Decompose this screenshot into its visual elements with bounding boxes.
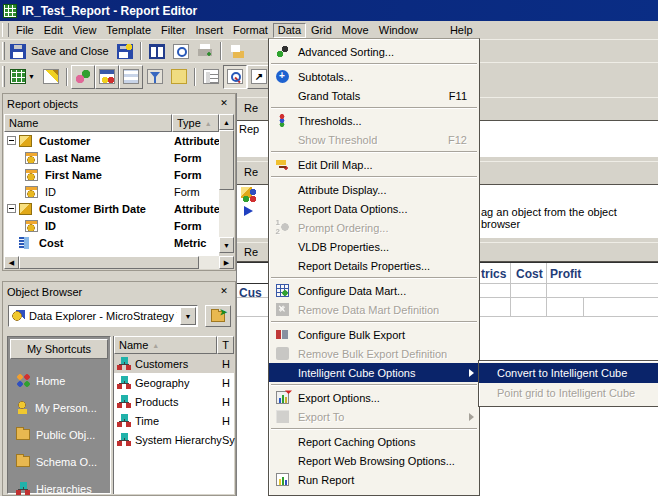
tree-row-id-birth-date[interactable]: ID Form xyxy=(4,217,219,234)
design-view-button[interactable] xyxy=(39,65,63,89)
menu-item-thresholds[interactable]: Thresholds... xyxy=(269,111,479,130)
list-item-products[interactable]: Products H xyxy=(114,392,234,411)
shortcut-item-home[interactable]: Home xyxy=(8,367,110,394)
menu-item-configure-data-mart[interactable]: Configure Data Mart... xyxy=(269,281,479,300)
menu-item-report-caching-options[interactable]: Report Caching Options xyxy=(269,432,479,451)
dropdown-arrow-icon[interactable]: ▼ xyxy=(28,73,35,80)
scroll-right-icon[interactable]: ▶ xyxy=(219,256,234,269)
menu-item-report-web-browsing-options[interactable]: Report Web Browsing Options... xyxy=(269,451,479,470)
list-item-time[interactable]: Time H xyxy=(114,411,234,430)
menu-item-run-report[interactable]: Run Report xyxy=(269,470,479,489)
menu-item-report-data-options[interactable]: Report Data Options... xyxy=(269,199,479,218)
hierarchy-icon xyxy=(117,433,131,446)
grid-profit-header[interactable]: Profit xyxy=(550,267,581,281)
title-bar[interactable]: IR_Test_Report - Report Editor xyxy=(0,0,658,21)
scrollbar-thumb[interactable] xyxy=(219,130,234,190)
chevron-down-icon[interactable]: ▼ xyxy=(180,307,196,325)
toolbar-grip[interactable] xyxy=(2,66,5,88)
list-item-system-hierarchy[interactable]: System Hierarchy Sy xyxy=(114,430,234,449)
close-icon[interactable]: ✕ xyxy=(217,97,231,111)
menu-item-prompt-ordering: Prompt Ordering... xyxy=(269,218,479,237)
report-details-icon xyxy=(203,69,219,84)
scroll-down-icon[interactable]: ▼ xyxy=(219,237,234,253)
metric-icon xyxy=(19,237,31,249)
table-format-button[interactable] xyxy=(119,65,143,89)
menu-item-vldb-properties[interactable]: VLDB Properties... xyxy=(269,237,479,256)
save-and-close-button[interactable]: Save and Close xyxy=(6,41,113,62)
menubar-item-filter[interactable]: Filter xyxy=(156,23,190,38)
menu-item-attribute-display[interactable]: Attribute Display... xyxy=(269,180,479,199)
print-preview-button[interactable] xyxy=(169,41,193,62)
tree-row-id[interactable]: ID Form xyxy=(4,183,219,200)
grid-colors-button[interactable] xyxy=(95,65,119,89)
shortcut-item-schema-objects[interactable]: Schema O... xyxy=(8,448,110,475)
tree-row-first-name[interactable]: First Name Form xyxy=(4,166,219,183)
menubar-item-window[interactable]: Window xyxy=(374,23,423,38)
explorer-dropdown[interactable]: Data Explorer - MicroStrategy Tut ▼ xyxy=(8,305,198,327)
menubar-item-move[interactable]: Move xyxy=(337,23,374,38)
menu-item-intelligent-cube-options[interactable]: Intelligent Cube Options xyxy=(269,363,479,382)
list-item-geography[interactable]: Geography H xyxy=(114,373,234,392)
toolbar-grip[interactable] xyxy=(2,42,5,60)
scroll-left-icon[interactable]: ◀ xyxy=(4,256,19,269)
menu-item-configure-bulk-export[interactable]: Configure Bulk Export xyxy=(269,325,479,344)
tree-row-customer-birth-date[interactable]: Customer Birth Date Attribute xyxy=(4,200,219,217)
note-button[interactable] xyxy=(167,65,191,89)
menubar-item-edit[interactable]: Edit xyxy=(39,23,68,38)
shortcut-bar: My Shortcuts Home My Person... Public Ob… xyxy=(7,336,111,494)
submenu-item-convert-to-intelligent-cube[interactable]: Convert to Intelligent Cube xyxy=(479,363,658,383)
folder-up-button[interactable]: ➤ xyxy=(205,305,231,327)
menu-item-export-options[interactable]: Export Options... xyxy=(269,388,479,407)
export-options-icon xyxy=(276,391,289,404)
shortcut-item-my-personal[interactable]: My Person... xyxy=(8,394,110,421)
menu-item-report-details-properties[interactable]: Report Details Properties... xyxy=(269,256,479,275)
menubar-item-file[interactable]: File xyxy=(11,23,39,38)
list-item-customers[interactable]: Customers H xyxy=(114,354,234,373)
menu-item-grand-totals[interactable]: Grand Totals F11 xyxy=(269,86,479,105)
autostyles-button[interactable] xyxy=(71,65,95,89)
toolbar-grip[interactable] xyxy=(2,23,9,37)
column-header-type[interactable]: T xyxy=(217,336,234,354)
menu-item-subtotals[interactable]: Subtotals... xyxy=(269,67,479,86)
tree-row-last-name[interactable]: Last Name Form xyxy=(4,149,219,166)
grid-view-icon xyxy=(10,69,26,84)
grid-view-button[interactable]: ▼ xyxy=(6,65,39,89)
shortcut-item-public-objects[interactable]: Public Obj... xyxy=(8,421,110,448)
play-icon[interactable] xyxy=(244,206,253,216)
save-as-button[interactable] xyxy=(113,41,137,62)
menubar-item-format[interactable]: Format xyxy=(228,23,273,38)
menubar-item-template[interactable]: Template xyxy=(101,23,156,38)
book-button[interactable] xyxy=(145,41,169,62)
scroll-up-icon[interactable]: ▲ xyxy=(219,114,234,130)
close-icon[interactable]: ✕ xyxy=(217,285,231,299)
scrollbar-thumb[interactable] xyxy=(19,256,199,269)
menubar-item-grid[interactable]: Grid xyxy=(306,23,337,38)
report-details-button[interactable] xyxy=(199,65,223,89)
menubar-item-data[interactable]: Data xyxy=(273,23,306,38)
menu-item-advanced-sorting[interactable]: Advanced Sorting... xyxy=(269,42,479,61)
tree-row-customer[interactable]: Customer Attribute xyxy=(4,132,219,149)
column-header-name[interactable]: Name xyxy=(4,114,172,132)
find-button[interactable] xyxy=(223,65,247,89)
hierarchy-icon xyxy=(117,414,131,427)
tree-row-cost[interactable]: Cost Metric xyxy=(4,234,219,251)
view-filter-button[interactable] xyxy=(143,65,167,89)
form-icon xyxy=(25,152,38,164)
column-header-name[interactable]: Name ▲ xyxy=(114,336,217,354)
menubar-item-help[interactable]: Help xyxy=(445,23,478,38)
column-header-type[interactable]: Type ▲ xyxy=(172,114,219,132)
person-icon xyxy=(16,401,29,414)
print-button[interactable] xyxy=(193,41,217,62)
grid-cost-header[interactable]: Cost xyxy=(516,267,543,281)
menubar-item-insert[interactable]: Insert xyxy=(190,23,228,38)
send-to-button[interactable] xyxy=(225,41,249,62)
menubar-item-view[interactable]: View xyxy=(68,23,102,38)
menu-item-edit-drill-map[interactable]: Edit Drill Map... xyxy=(269,155,479,174)
collapse-icon[interactable] xyxy=(7,204,16,213)
collapse-icon[interactable] xyxy=(7,136,16,145)
shortcut-item-hierarchies[interactable]: Hierarchies xyxy=(8,475,110,496)
menu-separator xyxy=(271,384,477,386)
grid-metrics-header-partial[interactable]: trics xyxy=(481,267,506,281)
my-shortcuts-header[interactable]: My Shortcuts xyxy=(10,339,108,359)
report-objects-tree[interactable]: Customer Attribute Last Name Form First … xyxy=(4,132,219,256)
